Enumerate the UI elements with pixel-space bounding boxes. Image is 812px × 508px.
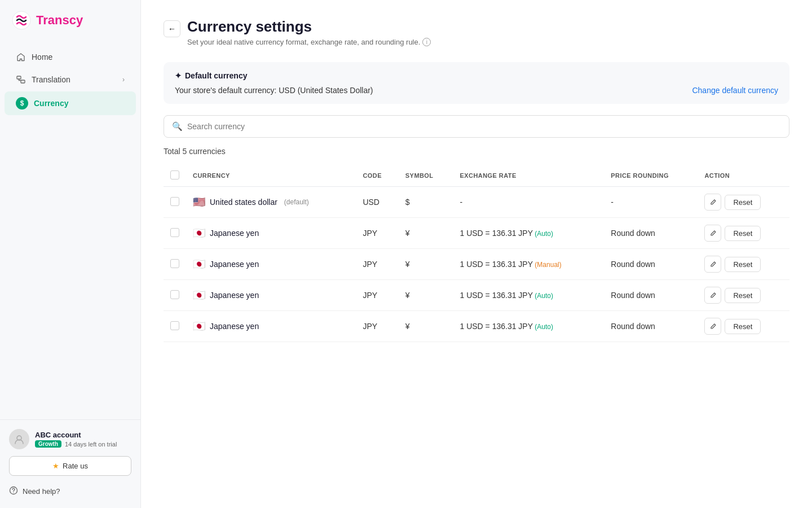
table-row: 🇯🇵 Japanese yen JPY ¥ 1 USD = 136.31 JPY… [164,280,789,311]
edit-button[interactable] [704,194,721,211]
exchange-rate-cell: - [453,187,604,218]
edit-button[interactable] [704,256,721,273]
default-currency-title: ✦ Default currency [175,71,778,80]
exchange-tag: (Auto) [533,323,553,331]
svg-point-5 [13,492,14,492]
sidebar-logo: Transcy [0,0,140,41]
currency-symbol-cell: ¥ [399,218,453,249]
row-checkbox[interactable] [170,321,179,330]
currency-dot-icon: $ [16,97,28,110]
currency-full-name: Japanese yen [210,260,259,269]
currency-code-cell: JPY [356,249,398,280]
currency-full-name: United states dollar [210,198,277,207]
action-buttons: Reset [704,318,783,335]
edit-icon [709,261,717,268]
reset-button[interactable]: Reset [725,195,761,210]
currency-symbol-cell: $ [399,187,453,218]
row-checkbox[interactable] [170,228,179,237]
default-currency-box: ✦ Default currency Your store's default … [164,62,789,104]
row-checkbox-cell [164,218,186,249]
th-exchange-rate: EXCHANGE RATE [453,165,604,187]
info-icon[interactable]: i [422,38,431,46]
edit-icon [709,323,717,330]
price-rounding-cell: Round down [604,218,698,249]
flag-icon: 🇯🇵 [193,289,205,301]
sidebar-item-translation-label: Translation [32,75,70,84]
search-box: 🔍 [164,115,789,138]
flag-icon: 🇯🇵 [193,258,205,270]
reset-button[interactable]: Reset [725,319,761,334]
back-button[interactable]: ← [164,20,180,37]
row-checkbox[interactable] [170,197,179,206]
table-row: 🇯🇵 Japanese yen JPY ¥ 1 USD = 136.31 JPY… [164,311,789,342]
exchange-rate-cell: 1 USD = 136.31 JPY (Auto) [453,280,604,311]
currency-name-cell: 🇯🇵 Japanese yen [186,249,356,280]
search-input[interactable] [187,122,781,131]
th-symbol: SYMBOL [399,165,453,187]
sidebar-bottom: ABC account Growth 14 days left on trial… [0,419,140,508]
row-checkbox-cell [164,311,186,342]
page-subtitle: Set your ideal native currency format, e… [187,38,431,46]
growth-badge: Growth [35,440,61,448]
currency-table-body: 🇺🇸 United states dollar (default) USD $ … [164,187,789,342]
select-all-checkbox[interactable] [170,170,179,179]
account-badge-row: Growth 14 days left on trial [35,440,117,448]
row-checkbox-cell [164,187,186,218]
rate-us-button[interactable]: ★ Rate us [9,456,131,476]
default-currency-text: Your store's default currency: USD (Unit… [175,86,373,95]
currency-name-cell: 🇺🇸 United states dollar (default) [186,187,356,218]
default-currency-row: Your store's default currency: USD (Unit… [175,86,778,95]
currency-code-cell: JPY [356,311,398,342]
home-icon [16,52,26,62]
exchange-tag: (Auto) [533,230,553,238]
currency-name-cell: 🇯🇵 Japanese yen [186,280,356,311]
main-content: ← Currency settings Set your ideal nativ… [141,0,812,508]
currency-name-cell: 🇯🇵 Japanese yen [186,311,356,342]
sidebar-item-currency[interactable]: $ Currency [5,91,136,115]
change-default-currency-link[interactable]: Change default currency [692,86,778,95]
reset-button[interactable]: Reset [725,257,761,272]
translation-icon [16,75,26,85]
sidebar-item-home[interactable]: Home [5,46,136,68]
table-row: 🇺🇸 United states dollar (default) USD $ … [164,187,789,218]
reset-button[interactable]: Reset [725,288,761,303]
currency-symbol-cell: ¥ [399,280,453,311]
sidebar-item-translation[interactable]: Translation › [5,69,136,90]
exchange-rate-cell: 1 USD = 136.31 JPY (Auto) [453,311,604,342]
account-name: ABC account [35,431,117,439]
action-cell: Reset [698,311,789,342]
row-checkbox[interactable] [170,259,179,268]
back-arrow-icon: ← [168,24,176,33]
svg-rect-2 [21,80,25,83]
currency-full-name: Japanese yen [210,229,259,238]
flag-icon: 🇯🇵 [193,227,205,239]
action-cell: Reset [698,218,789,249]
row-checkbox[interactable] [170,290,179,299]
exchange-tag: (Manual) [533,261,562,269]
edit-button[interactable] [704,287,721,304]
reset-button[interactable]: Reset [725,226,761,241]
action-buttons: Reset [704,256,783,273]
edit-button[interactable] [704,225,721,242]
exchange-rate-cell: 1 USD = 136.31 JPY (Auto) [453,218,604,249]
trial-text: 14 days left on trial [65,441,117,448]
page-title-block: Currency settings Set your ideal native … [187,18,431,46]
action-buttons: Reset [704,287,783,304]
th-currency: CURRENCY [186,165,356,187]
th-code: CODE [356,165,398,187]
need-help-item[interactable]: Need help? [9,484,131,499]
currency-code-cell: JPY [356,280,398,311]
flag-name: 🇯🇵 Japanese yen [193,258,349,270]
action-cell: Reset [698,187,789,218]
edit-button[interactable] [704,318,721,335]
currency-symbol-cell: ¥ [399,249,453,280]
flag-name: 🇺🇸 United states dollar (default) [193,196,349,208]
avatar [9,429,29,449]
sidebar-nav: Home Translation › $ Currency [0,41,140,419]
default-tag: (default) [284,198,309,206]
currency-symbol-cell: ¥ [399,311,453,342]
sidebar: Transcy Home Translation › $ Currency [0,0,141,508]
currency-name-cell: 🇯🇵 Japanese yen [186,218,356,249]
row-checkbox-cell [164,249,186,280]
star-icon: ★ [52,462,59,470]
